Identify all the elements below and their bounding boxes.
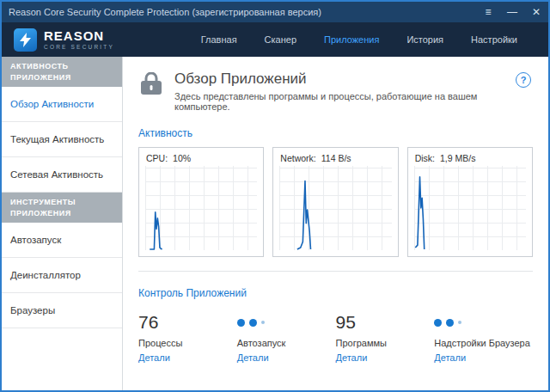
- disk-chart-area: [414, 166, 526, 250]
- app-control-stats: 76 Процессы Детали Автозапуск Детали 95 …: [138, 311, 533, 364]
- browser-addons-details-link[interactable]: Детали: [434, 352, 466, 363]
- activity-heading: Активность: [138, 127, 533, 139]
- nav-item-applications[interactable]: Приложения: [324, 34, 379, 45]
- window-title: Reason Core Security Complete Protection…: [2, 7, 321, 17]
- app-control-heading: Контроль Приложений: [138, 287, 533, 299]
- stat-autostart: Автозапуск Детали: [237, 311, 336, 364]
- programs-details-link[interactable]: Детали: [336, 352, 368, 363]
- lightning-icon: [14, 28, 37, 52]
- title-bar[interactable]: Reason Core Security Complete Protection…: [2, 2, 548, 22]
- sidebar-item-autostart[interactable]: Автозапуск: [2, 223, 122, 258]
- main-content: Обзор Приложений Здесь представлены прог…: [123, 57, 548, 390]
- app-window: Reason Core Security Complete Protection…: [0, 0, 550, 392]
- browser-addons-loading-dots-icon: [434, 311, 533, 334]
- page-header: Обзор Приложений Здесь представлены прог…: [138, 70, 533, 112]
- sidebar-section-tools: Инструменты Приложения: [2, 193, 122, 223]
- disk-metric-name: Disk:: [415, 153, 435, 163]
- lock-icon: [138, 72, 164, 98]
- sidebar-item-browsers[interactable]: Браузеры: [2, 293, 122, 328]
- brand-text: REASON CORE SECURITY: [44, 29, 114, 51]
- sidebar-item-activity-overview[interactable]: Обзор Активности: [2, 87, 122, 122]
- help-button[interactable]: ?: [516, 72, 531, 88]
- nav-item-scanner[interactable]: Сканер: [265, 34, 296, 45]
- programs-label: Программы: [336, 338, 435, 348]
- nav-item-home[interactable]: Главная: [201, 34, 237, 45]
- nav-item-settings[interactable]: Настройки: [471, 34, 517, 45]
- disk-chart-label: Disk:1,9 MB/s: [408, 148, 532, 164]
- autostart-loading-dots-icon: [237, 311, 336, 334]
- autostart-label: Автозапуск: [237, 338, 336, 348]
- sidebar-item-network-activity[interactable]: Сетевая Активность: [2, 157, 122, 193]
- activity-charts: CPU:10% Network:114 B/s Di: [138, 147, 533, 257]
- brand-logo: REASON CORE SECURITY: [14, 28, 114, 52]
- stat-programs: 95 Программы Детали: [336, 311, 435, 364]
- brand-name: REASON: [44, 29, 114, 42]
- cpu-metric-value: 10%: [173, 153, 191, 163]
- autostart-details-link[interactable]: Детали: [237, 352, 269, 363]
- app-header: REASON CORE SECURITY Главная Сканер Прил…: [2, 22, 548, 57]
- minimize-button[interactable]: —: [500, 2, 524, 22]
- network-chart: Network:114 B/s: [272, 147, 398, 257]
- brand-tagline: CORE SECURITY: [44, 45, 114, 51]
- network-chart-area: [279, 166, 391, 250]
- window-controls: ≡ — ✕: [476, 2, 548, 22]
- sidebar-item-uninstaller[interactable]: Деинсталлятор: [2, 258, 122, 293]
- stat-processes: 76 Процессы Детали: [138, 311, 237, 364]
- processes-label: Процессы: [138, 338, 237, 348]
- cpu-chart: CPU:10%: [138, 147, 264, 257]
- menu-button[interactable]: ≡: [476, 2, 500, 22]
- sidebar-item-current-activity[interactable]: Текущая Активность: [2, 122, 122, 157]
- sidebar-section-activity: Активность Приложения: [2, 57, 122, 87]
- network-metric-value: 114 B/s: [321, 153, 351, 163]
- network-metric-name: Network:: [280, 153, 315, 163]
- page-title: Обзор Приложений: [174, 70, 507, 88]
- nav-item-history[interactable]: История: [406, 34, 443, 45]
- stat-browser-addons: Надстройки Браузера Детали: [434, 311, 533, 364]
- page-header-text: Обзор Приложений Здесь представлены прог…: [174, 70, 507, 112]
- page-subtitle: Здесь представлены программы и процессы,…: [174, 91, 507, 112]
- section-divider: [138, 271, 533, 272]
- close-button[interactable]: ✕: [524, 2, 548, 22]
- processes-count: 76: [138, 311, 237, 334]
- disk-metric-value: 1,9 MB/s: [440, 153, 475, 163]
- main-nav: Главная Сканер Приложения История Настро…: [201, 34, 536, 45]
- disk-chart: Disk:1,9 MB/s: [407, 147, 533, 257]
- sidebar: Активность Приложения Обзор Активности Т…: [2, 57, 123, 390]
- processes-details-link[interactable]: Детали: [138, 352, 170, 363]
- cpu-chart-area: [145, 166, 257, 250]
- browser-addons-label: Надстройки Браузера: [434, 338, 533, 348]
- network-chart-label: Network:114 B/s: [273, 148, 397, 164]
- cpu-chart-label: CPU:10%: [139, 148, 263, 164]
- cpu-metric-name: CPU:: [146, 153, 168, 163]
- programs-count: 95: [336, 311, 435, 334]
